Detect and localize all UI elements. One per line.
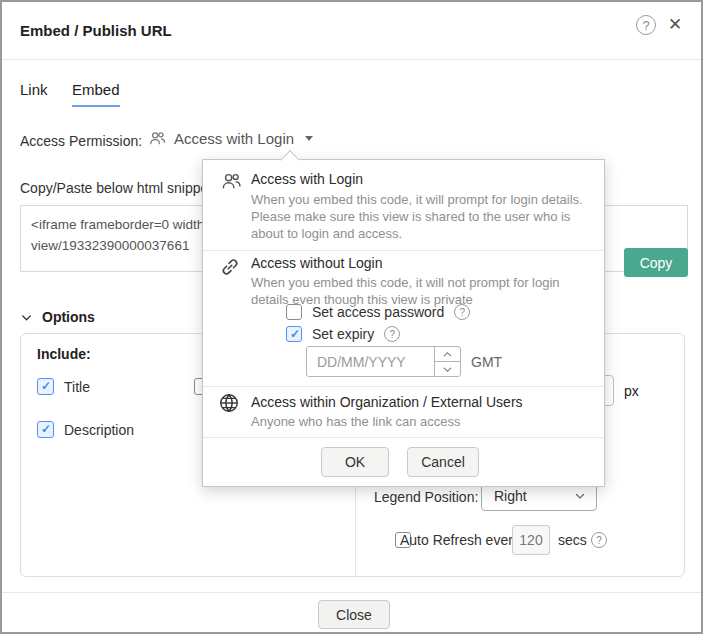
options-heading: Options: [42, 309, 95, 325]
expiry-date-placeholder: DD/MM/YYYY: [307, 347, 434, 376]
chevron-down-icon: [574, 490, 586, 502]
legend-position-value: Right: [494, 488, 527, 504]
users-icon: [148, 129, 167, 148]
checkbox-description-label: Description: [64, 422, 134, 438]
secs-label: secs: [558, 532, 587, 548]
caret-down-icon: [305, 136, 313, 141]
checkbox-set-expiry[interactable]: [286, 326, 302, 342]
date-stepper: [434, 347, 460, 376]
stepper-down-icon[interactable]: [435, 362, 460, 376]
header-divider: [2, 59, 701, 60]
users-icon: [220, 170, 243, 193]
auto-refresh-input[interactable]: 120: [512, 525, 550, 555]
help-icon[interactable]: ?: [636, 15, 656, 35]
popup-item-access-without-login-desc: When you embed this code, it will not pr…: [251, 274, 589, 308]
gmt-label: GMT: [471, 354, 502, 370]
close-icon[interactable]: ✕: [668, 14, 682, 35]
legend-position-label: Legend Position:: [374, 489, 478, 505]
embed-publish-dialog: { "header": { "title": "Embed / Publish …: [0, 0, 703, 634]
copy-button[interactable]: Copy: [624, 248, 688, 277]
popup-item-access-org[interactable]: Access within Organization / External Us…: [251, 394, 523, 410]
checkbox-title[interactable]: [37, 378, 54, 395]
set-access-password-help-icon[interactable]: ?: [454, 304, 470, 320]
set-expiry-help-icon[interactable]: ?: [384, 326, 400, 342]
auto-refresh-label: Auto Refresh every: [400, 532, 520, 548]
popup-divider: [203, 386, 604, 387]
access-permission-popup: Access with Login When you embed this co…: [202, 159, 605, 487]
link-icon: [218, 255, 242, 279]
globe-icon: [218, 392, 240, 414]
access-permission-value: Access with Login: [174, 130, 294, 147]
access-permission-dropdown[interactable]: Access with Login: [148, 129, 313, 148]
auto-refresh-help-icon[interactable]: ?: [591, 532, 607, 548]
popup-divider: [203, 250, 604, 251]
px-label: px: [624, 383, 639, 399]
cancel-button[interactable]: Cancel: [407, 447, 479, 477]
page-title: Embed / Publish URL: [20, 22, 172, 39]
checkbox-description[interactable]: [37, 421, 54, 438]
tab-link[interactable]: Link: [20, 81, 48, 105]
popup-divider: [203, 437, 604, 438]
set-access-password-label: Set access password: [312, 304, 444, 320]
set-expiry-label: Set expiry: [312, 326, 374, 342]
stepper-up-icon[interactable]: [435, 347, 460, 362]
popup-item-access-without-login[interactable]: Access without Login: [251, 255, 383, 271]
include-label: Include:: [37, 346, 91, 362]
access-permission-label: Access Permission:: [20, 133, 142, 149]
popup-item-access-with-login-desc: When you embed this code, it will prompt…: [251, 191, 589, 242]
checkbox-title-label: Title: [64, 379, 90, 395]
expiry-date-input[interactable]: DD/MM/YYYY: [306, 346, 461, 377]
footer-divider: [2, 592, 701, 593]
popup-item-access-org-desc: Anyone who has the link can access: [251, 413, 589, 430]
options-collapse-chevron-icon[interactable]: [20, 311, 33, 324]
close-button[interactable]: Close: [318, 600, 390, 629]
tab-embed[interactable]: Embed: [72, 81, 120, 107]
ok-button[interactable]: OK: [321, 447, 389, 477]
snippet-label: Copy/Paste below html snippet: [20, 180, 212, 196]
popup-item-access-with-login[interactable]: Access with Login: [251, 171, 363, 187]
checkbox-set-access-password[interactable]: [286, 304, 302, 320]
